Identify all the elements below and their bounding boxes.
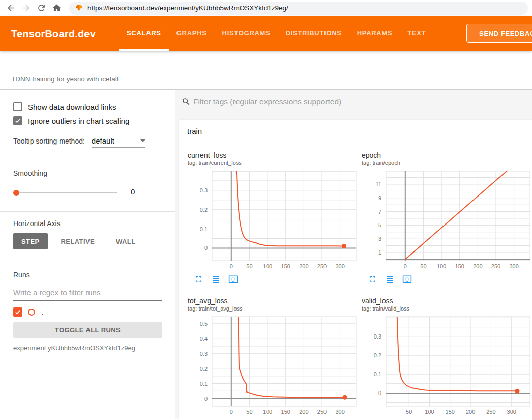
svg-text:0: 0 [230, 263, 233, 269]
svg-text:50: 50 [406, 409, 412, 415]
scalar-chart-card: current_losstag: train/current_loss05010… [188, 151, 357, 285]
back-icon[interactable] [3, 1, 18, 15]
app-header: TensorBoard.dev SCALARS GRAPHS HISTOGRAM… [0, 16, 532, 51]
svg-text:100: 100 [263, 409, 272, 415]
svg-text:0.1: 0.1 [200, 226, 208, 232]
tab-scalars[interactable]: SCALARS [119, 16, 169, 51]
fullscreen-icon[interactable] [194, 274, 203, 285]
checkbox-checked-icon[interactable] [13, 116, 22, 125]
svg-text:0.2: 0.2 [200, 366, 208, 372]
chart-plot[interactable]: 0501001502002503001357911 [362, 169, 531, 270]
svg-text:50: 50 [246, 409, 252, 415]
chart-actions [194, 274, 357, 285]
horizontal-axis-buttons: STEP RELATIVE WALL [13, 233, 162, 249]
tab-graphs[interactable]: GRAPHS [169, 16, 215, 51]
smoothing-slider[interactable] [16, 192, 117, 193]
tag-filter-input[interactable] [193, 97, 532, 106]
chart-tag: tag: train/valid_loss [362, 305, 531, 313]
svg-text:100: 100 [263, 263, 272, 269]
svg-text:0.1: 0.1 [200, 381, 208, 387]
charts-grid: current_losstag: train/current_loss05010… [179, 143, 532, 420]
send-feedback-button[interactable]: SEND FEEDBACK [466, 24, 532, 43]
tooltip-sorting-row: Tooltip sorting method: default [13, 136, 162, 148]
fit-domain-icon[interactable] [402, 274, 412, 285]
runs-label: Runs [13, 271, 162, 279]
app-logo[interactable]: TensorBoard.dev [0, 28, 96, 40]
run-name: . [42, 309, 44, 316]
ignore-outliers-checkbox-row[interactable]: Ignore outliers in chart scaling [13, 116, 162, 125]
tab-histograms[interactable]: HISTOGRAMS [215, 16, 278, 51]
svg-text:0.5: 0.5 [200, 321, 208, 327]
svg-text:0: 0 [404, 263, 407, 269]
chart-tag: tag: train/current_loss [188, 159, 357, 167]
svg-text:0.3: 0.3 [374, 333, 381, 340]
experiment-title: TDNN training for yesno with icefall [11, 75, 119, 83]
horizontal-axis-label: Horizontal Axis [13, 219, 162, 228]
svg-text:250: 250 [486, 409, 495, 415]
smoothing-value-input[interactable] [131, 187, 162, 198]
tooltip-sorting-select[interactable]: default [92, 136, 145, 148]
axis-step-button[interactable]: STEP [13, 233, 48, 249]
run-row[interactable]: . [13, 307, 162, 317]
svg-text:300: 300 [507, 409, 516, 415]
chart-title: valid_loss [362, 297, 531, 305]
run-checkbox-icon[interactable] [13, 307, 22, 317]
train-section-card: train current_losstag: train/current_los… [179, 120, 532, 420]
main-nav: SCALARS GRAPHS HISTOGRAMS DISTRIBUTIONS … [119, 16, 433, 51]
axis-relative-button[interactable]: RELATIVE [53, 233, 103, 249]
svg-text:200: 200 [466, 409, 475, 415]
chart-plot[interactable]: 05010015020025030000.10.20.3 [188, 169, 357, 270]
svg-text:250: 250 [317, 409, 327, 415]
tab-text[interactable]: TEXT [400, 16, 433, 51]
scalar-chart-card: epochtag: train/epoch0501001502002503001… [362, 151, 531, 285]
train-section-header[interactable]: train [179, 120, 532, 143]
show-download-links-checkbox-row[interactable]: Show data download links [13, 102, 162, 111]
main-content: train current_losstag: train/current_los… [175, 90, 532, 419]
settings-sidebar: Show data download links Ignore outliers… [0, 90, 175, 419]
chart-plot[interactable]: 5010015020025030000.10.20.3 [362, 315, 531, 416]
run-color-swatch [28, 309, 35, 316]
chart-title: current_loss [188, 151, 357, 159]
svg-text:50: 50 [246, 263, 252, 269]
divider [0, 263, 175, 263]
browser-toolbar: https://tensorboard.dev/experiment/yKUbh… [0, 0, 532, 16]
tag-filter-row [180, 94, 532, 111]
scalar-chart-card: tot_avg_losstag: train/tot_avg_loss05010… [188, 297, 357, 420]
chart-plot[interactable]: 05010015020025030000.10.20.30.40.5 [188, 315, 357, 416]
fit-domain-icon[interactable] [228, 274, 238, 285]
tab-distributions[interactable]: DISTRIBUTIONS [278, 16, 349, 51]
chart-tag: tag: train/epoch [362, 159, 531, 167]
smoothing-label: Smoothing [13, 169, 162, 177]
forward-icon[interactable] [18, 1, 34, 15]
svg-text:250: 250 [317, 263, 327, 269]
tab-hparams[interactable]: HPARAMS [349, 16, 400, 51]
axis-wall-button[interactable]: WALL [108, 233, 143, 249]
reload-icon[interactable] [34, 1, 49, 15]
tooltip-sorting-value: default [92, 136, 114, 145]
smoothing-slider-row [13, 187, 162, 198]
svg-text:100: 100 [437, 263, 446, 269]
divider [0, 161, 175, 161]
svg-text:300: 300 [335, 409, 344, 415]
fullscreen-icon[interactable] [368, 274, 377, 285]
svg-text:0: 0 [230, 409, 233, 415]
address-bar[interactable]: https://tensorboard.dev/experiment/yKUbh… [69, 2, 528, 15]
home-icon[interactable] [49, 1, 64, 15]
chart-title: epoch [362, 151, 531, 159]
toggle-all-runs-button[interactable]: TOGGLE ALL RUNS [13, 322, 162, 338]
runs-filter-input[interactable] [13, 286, 162, 301]
svg-text:200: 200 [299, 409, 308, 415]
divider [0, 211, 175, 212]
expand-card-icon[interactable] [385, 274, 395, 285]
svg-text:200: 200 [473, 263, 482, 269]
expand-card-icon[interactable] [211, 274, 221, 285]
svg-text:50: 50 [420, 263, 426, 269]
experiment-id-label: experiment yKUbhb5wRmOSXYkId1z9eg [13, 344, 162, 352]
svg-text:0: 0 [204, 245, 208, 251]
smoothing-slider-thumb[interactable] [13, 190, 19, 196]
svg-text:150: 150 [281, 409, 290, 415]
svg-text:250: 250 [491, 263, 500, 269]
svg-text:300: 300 [509, 263, 518, 269]
experiment-title-bar: TDNN training for yesno with icefall [0, 51, 532, 90]
checkbox-unchecked-icon[interactable] [13, 102, 22, 111]
